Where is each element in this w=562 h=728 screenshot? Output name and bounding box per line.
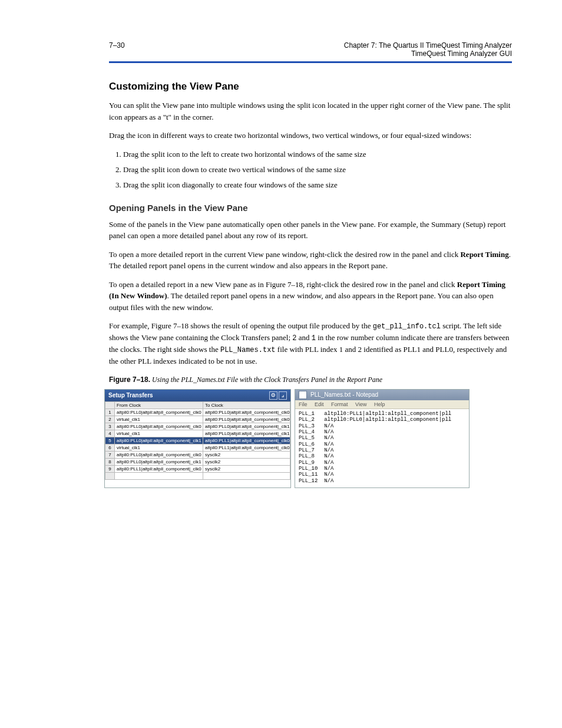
filename: get_pll_info.tcl — [373, 322, 441, 331]
table-row[interactable]: 1altpll0:PLL0|altpll:altpll_component|_c… — [105, 409, 290, 416]
row-number — [105, 472, 115, 479]
row-number: 1 — [105, 409, 115, 416]
row-number: 6 — [105, 444, 115, 451]
to-clock-cell: altpll0:PLL1|altpll:altpll_component|_cl… — [203, 444, 290, 451]
table-row[interactable]: 2virtual_clk1altpll0:PLL0|altpll:altpll_… — [105, 416, 290, 423]
from-clock-cell: altpll0:PLL0|altpll:altpll_component|_cl… — [115, 423, 203, 430]
figure-desc: Using the PLL_Names.txt File with the Cl… — [150, 375, 382, 384]
text: To open a detailed report in a new View … — [109, 280, 457, 289]
notepad-window: PLL_Names.txt - Notepad File Edit Format… — [295, 389, 470, 488]
table-row[interactable]: 4virtual_clk1altpll0:PLL0|altpll:altpll_… — [105, 430, 290, 437]
notepad-menubar: File Edit Format View Help — [295, 400, 469, 409]
row-number: 4 — [105, 430, 115, 437]
list-item: Drag the split icon diagonally to create… — [123, 179, 512, 191]
panel-title: Setup Transfers — [108, 392, 153, 398]
filename: PLL_Names.txt — [220, 346, 276, 354]
notepad-title: PLL_Names.txt - Notepad — [310, 391, 378, 398]
row-number: 7 — [105, 451, 115, 458]
transfers-table: From Clock To Clock 1altpll0:PLL0|altpll… — [105, 401, 290, 480]
table-row[interactable]: 9altpll0:PLL1|altpll:altpll_component|_c… — [105, 465, 290, 472]
chapter-title: Chapter 7: The Quartus II TimeQuest Timi… — [344, 41, 512, 58]
text: . The detailed report panel opens in a n… — [109, 291, 494, 312]
to-clock-cell: sysclk2 — [203, 451, 290, 458]
notepad-body[interactable]: PLL_1 altpll0:PLL1|altpll:altpll_compone… — [295, 409, 469, 487]
table-row[interactable]: 5altpll0:PLL0|altpll:altpll_component|_c… — [105, 437, 290, 444]
page-number: 7–30 — [109, 41, 125, 58]
menu-format[interactable]: Format — [331, 401, 348, 407]
text: To open a more detailed report in the cu… — [109, 250, 460, 259]
figure: Setup Transfers ⊙⌟ From Clock To Clock 1… — [104, 389, 505, 488]
para: To open a more detailed report in the cu… — [109, 249, 512, 272]
to-clock-cell: altpll0:PLL0|altpll:altpll_component|_cl… — [203, 423, 290, 430]
para: You can split the View pane into multipl… — [109, 100, 512, 123]
menu-help[interactable]: Help — [374, 401, 385, 407]
table-row — [105, 472, 290, 479]
text: and — [297, 333, 312, 342]
target-icon[interactable]: ⊙ — [269, 391, 277, 400]
table-row[interactable]: 3altpll0:PLL0|altpll:altpll_component|_c… — [105, 423, 290, 430]
to-clock-cell — [203, 472, 290, 479]
from-clock-cell: altpll0:PLL0|altpll:altpll_component|_cl… — [115, 451, 203, 458]
to-clock-cell: altpll0:PLL0|altpll:altpll_component|_cl… — [203, 409, 290, 416]
ui-command: Report Timing — [460, 250, 508, 259]
menu-view[interactable]: View — [355, 401, 366, 407]
from-clock-cell: altpll0:PLL1|altpll:altpll_component|_cl… — [115, 465, 203, 472]
to-clock-cell: sysclk2 — [203, 465, 290, 472]
from-clock-cell: altpll0:PLL0|altpll:altpll_component|_cl… — [115, 458, 203, 465]
row-number: 9 — [105, 465, 115, 472]
col-to[interactable]: To Clock — [203, 401, 290, 409]
from-clock-cell: altpll0:PLL0|altpll:altpll_component|_cl… — [115, 409, 203, 416]
from-clock-cell: virtual_clk1 — [115, 444, 203, 451]
code: 1 — [312, 334, 316, 342]
code: 2 — [292, 334, 296, 342]
table-row[interactable]: 8altpll0:PLL0|altpll:altpll_component|_c… — [105, 458, 290, 465]
document-icon — [299, 391, 307, 399]
figure-label: Figure 7–18. — [109, 375, 150, 384]
table-row[interactable]: 7altpll0:PLL0|altpll:altpll_component|_c… — [105, 451, 290, 458]
section-title-customizing: Customizing the View Pane — [109, 81, 512, 93]
text: For example, Figure 7–18 shows the resul… — [109, 321, 373, 330]
menu-edit[interactable]: Edit — [315, 401, 324, 407]
to-clock-cell: altpll0:PLL1|altpll:altpll_component|_cl… — [203, 437, 290, 444]
to-clock-cell: altpll0:PLL0|altpll:altpll_component|_cl… — [203, 430, 290, 437]
split-icon[interactable]: ⌟ — [279, 391, 287, 400]
section-title-opening: Opening Panels in the View Pane — [109, 203, 512, 213]
para: Some of the panels in the View pane auto… — [109, 219, 512, 242]
from-clock-cell: virtual_clk1 — [115, 416, 203, 423]
panel-controls: ⊙⌟ — [268, 391, 287, 400]
setup-transfers-panel: Setup Transfers ⊙⌟ From Clock To Clock 1… — [104, 389, 291, 488]
list-item: Drag the split icon down to create two v… — [123, 164, 512, 176]
header-rule — [109, 61, 512, 63]
to-clock-cell: altpll0:PLL0|altpll:altpll_component|_cl… — [203, 416, 290, 423]
to-clock-cell: sysclk2 — [203, 458, 290, 465]
para: To open a detailed report in a new View … — [109, 279, 512, 314]
row-number: 3 — [105, 423, 115, 430]
para: Drag the icon in different ways to creat… — [109, 130, 512, 141]
table-row[interactable]: 6virtual_clk1altpll0:PLL1|altpll:altpll_… — [105, 444, 290, 451]
para: For example, Figure 7–18 shows the resul… — [109, 320, 512, 367]
col-rownum[interactable] — [105, 401, 115, 409]
row-number: 2 — [105, 416, 115, 423]
figure-caption: Figure 7–18. Using the PLL_Names.txt Fil… — [109, 375, 512, 384]
row-number: 8 — [105, 458, 115, 465]
menu-file[interactable]: File — [299, 401, 308, 407]
from-clock-cell: altpll0:PLL0|altpll:altpll_component|_cl… — [115, 437, 203, 444]
from-clock-cell: virtual_clk1 — [115, 430, 203, 437]
from-clock-cell — [115, 472, 203, 479]
col-from[interactable]: From Clock — [115, 401, 203, 409]
row-number: 5 — [105, 437, 115, 444]
list-item: Drag the split icon to the left to creat… — [123, 149, 512, 160]
